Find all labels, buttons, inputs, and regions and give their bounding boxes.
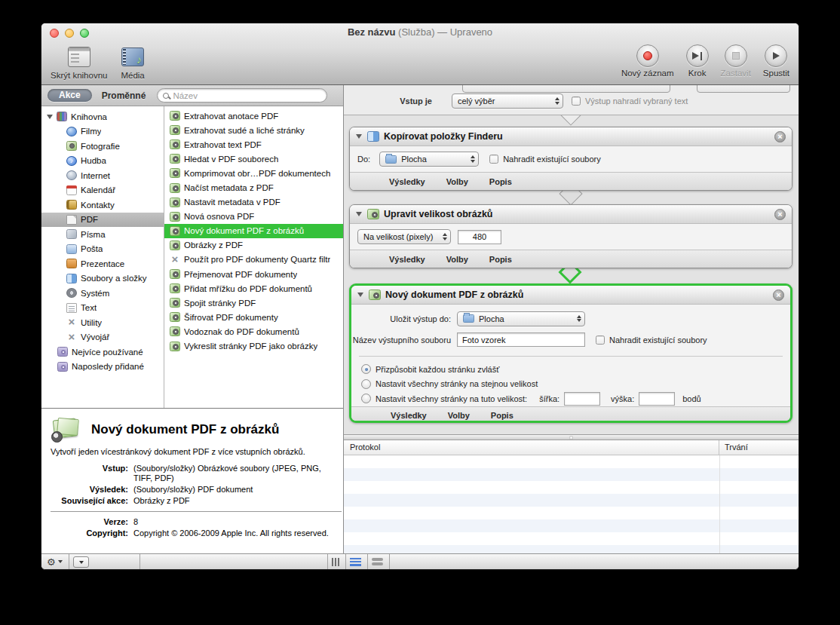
disclosure-triangle-icon[interactable] (356, 134, 362, 139)
action-list-item[interactable]: Šifrovat PDF dokumenty (164, 310, 343, 324)
action-menu-button[interactable]: ⚙ (47, 554, 63, 569)
library-panel: Akce Proměnné Název KnihovnaFilmyFotogra… (41, 85, 343, 555)
tab-variables[interactable]: Proměnné (102, 90, 146, 101)
destination-popup[interactable]: Plocha (379, 152, 479, 167)
sidebar-item[interactable]: Prezentace (41, 256, 164, 271)
output-name-field[interactable]: Foto vzorek (457, 332, 585, 347)
action-item-label: Načíst metadata z PDF (184, 183, 274, 192)
options-link[interactable]: Volby (446, 177, 468, 186)
action-list-item[interactable]: Přidat mřížku do PDF dokumentů (164, 281, 343, 296)
same-size-radio[interactable] (361, 379, 371, 389)
hide-panel-button[interactable] (73, 556, 89, 568)
save-to-popup[interactable]: Plocha (457, 311, 585, 326)
sidebar-item[interactable]: Fotografie (41, 139, 164, 154)
action-list-item[interactable]: Komprimovat obr…PDF dokumentech (164, 166, 343, 180)
description-link[interactable]: Popis (489, 255, 512, 264)
sidebar-smart-item[interactable]: Naposledy přidané (41, 360, 164, 375)
action-list-item[interactable]: Vykreslit stránky PDF jako obrázky (164, 339, 343, 354)
show-variables-button[interactable] (372, 558, 383, 565)
fit-each-page-radio[interactable] (361, 364, 371, 374)
size-mode-popup[interactable]: Na velikost (pixely) (357, 229, 451, 244)
sidebar-item[interactable]: Systém (41, 286, 164, 301)
sidebar-item[interactable]: Soubory a složky (41, 271, 164, 286)
show-log-button[interactable] (350, 558, 361, 566)
pdf-category-icon (66, 215, 77, 225)
width-field[interactable] (564, 392, 600, 406)
action-list-item[interactable]: Použít pro PDF dokumenty Quartz filtr (164, 253, 343, 267)
service-application-popup[interactable] (697, 85, 790, 93)
chevron-down-icon (58, 560, 63, 563)
action-list-item[interactable]: Nová osnova PDF (164, 210, 343, 224)
action-list-item[interactable]: Vodoznak do PDF dokumentů (164, 324, 343, 339)
sidebar-item[interactable]: Text (41, 301, 164, 316)
sidebar-item[interactable]: Filmy (41, 124, 164, 139)
sidebar-item-label: Kontakty (81, 201, 115, 210)
output-replaces-checkbox[interactable] (572, 97, 581, 106)
input-is-popup[interactable]: celý výběr (452, 93, 563, 109)
custom-size-radio[interactable] (361, 394, 371, 403)
action-list-item[interactable]: Přejmenovat PDF dokumenty (164, 267, 343, 281)
sidebar-smart-item[interactable]: Nejvíce používané (41, 345, 164, 360)
workflow-pane: Vstup je celý výběr Výstup nahradí vybra… (343, 85, 799, 555)
action-list-item[interactable]: Extrahovat anotace PDF (164, 109, 343, 123)
action-list-item[interactable]: Nastavit metadata v PDF (164, 195, 343, 210)
block-header[interactable]: Upravit velikost obrázků × (350, 205, 792, 224)
tab-actions[interactable]: Akce (48, 89, 92, 102)
action-list-item[interactable]: Nový dokument PDF z obrázků (164, 224, 343, 238)
pane-resize-handle[interactable] (332, 558, 339, 566)
sidebar-item[interactable]: Hudba (41, 154, 164, 169)
replace-existing-checkbox[interactable] (596, 335, 605, 345)
search-input[interactable]: Název (157, 88, 327, 103)
sidebar-item-label: Fotografie (81, 142, 120, 151)
sidebar-item[interactable]: Internet (41, 168, 164, 183)
action-list-item[interactable]: Extrahovat sudé a liché stránky (164, 123, 343, 137)
info-divider (51, 511, 342, 512)
sidebar-item[interactable]: Kalendář (41, 183, 164, 198)
minimize-window-button[interactable] (65, 29, 74, 38)
sidebar-item[interactable]: Pošta (41, 242, 164, 257)
run-button[interactable]: Spustit (763, 44, 789, 78)
action-list-item[interactable]: Hledat v PDF souborech (164, 152, 343, 166)
sidebar-item[interactable]: Utility (41, 315, 164, 330)
block-header[interactable]: Nový dokument PDF z obrázků × (351, 286, 790, 305)
media-button[interactable]: Média (121, 44, 144, 80)
disclosure-triangle-icon[interactable] (356, 212, 362, 216)
action-list-item[interactable]: Extrahovat text PDF (164, 137, 343, 152)
close-block-icon[interactable]: × (773, 290, 784, 301)
library-sidebar: KnihovnaFilmyFotografieHudbaInternetKale… (41, 106, 164, 408)
sidebar-item[interactable]: PDF (41, 213, 164, 228)
height-field[interactable] (639, 392, 675, 406)
action-list-item[interactable]: Obrázky z PDF (164, 238, 343, 253)
record-button[interactable]: Nový záznam (621, 44, 674, 78)
sidebar-item[interactable]: Kontakty (41, 198, 164, 213)
sidebar-item[interactable]: Písma (41, 227, 164, 242)
same-size-label: Nastavit všechny stránky na stejnou veli… (376, 379, 538, 388)
step-button[interactable]: Krok (686, 44, 709, 78)
disclosure-triangle-icon[interactable] (47, 115, 53, 119)
close-block-icon[interactable]: × (774, 209, 786, 220)
size-value-field[interactable]: 480 (458, 230, 501, 244)
block-header[interactable]: Kopírovat položky Finderu × (350, 127, 792, 146)
hide-library-button[interactable]: Skrýt knihovnu (51, 44, 107, 80)
results-link[interactable]: Výsledky (391, 411, 427, 420)
sidebar-item-label: Kalendář (81, 185, 115, 195)
replace-existing-checkbox[interactable] (489, 155, 498, 164)
zoom-window-button[interactable] (80, 29, 89, 38)
sidebar-item-label: Internet (81, 171, 110, 180)
log-splitter[interactable] (344, 434, 799, 440)
description-link[interactable]: Popis (489, 177, 512, 186)
service-input-type-popup[interactable] (462, 85, 670, 93)
results-link[interactable]: Výsledky (389, 255, 425, 264)
results-link[interactable]: Výsledky (389, 177, 425, 186)
sidebar-item-root[interactable]: Knihovna (41, 109, 164, 124)
disclosure-triangle-icon[interactable] (357, 293, 363, 297)
options-link[interactable]: Volby (448, 411, 470, 420)
description-link[interactable]: Popis (491, 411, 514, 420)
action-list-item[interactable]: Načíst metadata z PDF (164, 180, 343, 195)
close-block-icon[interactable]: × (774, 131, 786, 142)
options-link[interactable]: Volby (446, 255, 468, 264)
action-list-item[interactable]: Spojit stránky PDF (164, 296, 343, 310)
close-window-button[interactable] (50, 29, 59, 38)
sidebar-item[interactable]: Vývojář (41, 330, 164, 345)
traffic-lights (50, 29, 89, 38)
